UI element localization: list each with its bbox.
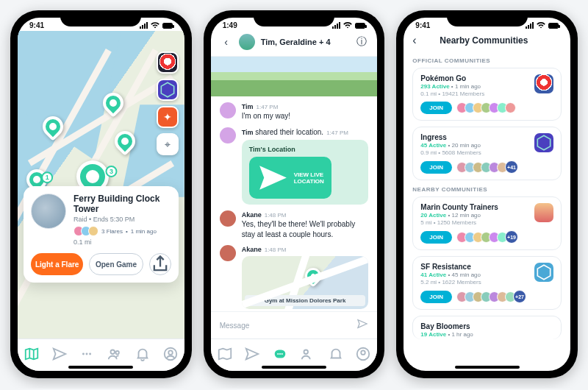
wifi-icon bbox=[343, 21, 353, 29]
avatar[interactable] bbox=[220, 245, 236, 261]
avatar[interactable] bbox=[220, 102, 236, 118]
ingress-icon[interactable] bbox=[157, 79, 179, 101]
open-game-button[interactable]: Open Game bbox=[89, 253, 143, 275]
svg-point-3 bbox=[111, 350, 115, 354]
clock: 9:41 bbox=[29, 21, 44, 29]
svg-point-1 bbox=[86, 352, 88, 355]
tab-send[interactable] bbox=[51, 346, 68, 362]
community-icon bbox=[534, 263, 553, 282]
shared-map[interactable]: Gym at Mission Dolores Park bbox=[242, 256, 369, 309]
phone-communities: 9:41 ‹ Nearby Communities OFFICIAL COMMU… bbox=[396, 10, 578, 378]
battery-icon bbox=[162, 23, 173, 29]
message-row: Tim shared their location.1:47 PM Tim's … bbox=[220, 127, 369, 205]
phone-map: 9:41 1 3 ✦ ⌖ Ferry Building Clock Tower … bbox=[10, 10, 192, 378]
shared-photo[interactable] bbox=[211, 57, 378, 96]
location-meta: 3 Flares•1 min ago bbox=[74, 226, 171, 236]
tab-map[interactable] bbox=[24, 346, 40, 362]
community-card[interactable]: Ingress 45 Active • 20 min ago 0.9 mi • … bbox=[412, 127, 562, 180]
svg-point-4 bbox=[116, 350, 119, 353]
svg-point-0 bbox=[82, 352, 85, 355]
svg-point-6 bbox=[168, 350, 173, 355]
phone-chat: 1:49 ‹ Tim, Geraldine + 4 ⓘ Tim1:47 PM I… bbox=[204, 10, 385, 378]
tab-people[interactable] bbox=[107, 346, 123, 362]
message-input[interactable]: Message bbox=[220, 322, 351, 330]
locate-icon[interactable]: ⌖ bbox=[157, 133, 179, 155]
message-row: Tim1:47 PM I'm on my way! bbox=[220, 102, 369, 121]
more-count: +41 bbox=[505, 160, 518, 174]
signal-icon bbox=[140, 22, 148, 29]
tab-alerts[interactable] bbox=[328, 346, 344, 362]
light-flare-button[interactable]: Light a Flare bbox=[31, 253, 83, 275]
join-button[interactable]: JOIN bbox=[420, 231, 452, 244]
map-view[interactable]: 1 3 ✦ ⌖ Ferry Building Clock Tower Raid … bbox=[18, 31, 184, 338]
chat-scroll[interactable]: Tim1:47 PM I'm on my way! Tim shared the… bbox=[211, 57, 378, 311]
join-button[interactable]: JOIN bbox=[420, 102, 452, 114]
location-card: Ferry Building Clock Tower Raid • Ends 5… bbox=[24, 186, 179, 283]
share-button[interactable] bbox=[149, 253, 171, 275]
more-count: +27 bbox=[513, 290, 526, 303]
svg-point-10 bbox=[282, 352, 283, 354]
pokeball-icon bbox=[534, 74, 553, 93]
community-card[interactable]: Pokémon Go 293 Active • 1 min ago 0.1 mi… bbox=[412, 68, 562, 121]
message-row: Akane1:48 PM Yes, they'll be there! We'l… bbox=[220, 210, 369, 239]
map-caption: Gym at Mission Dolores Park bbox=[245, 295, 366, 306]
tab-profile[interactable] bbox=[162, 346, 179, 362]
send-icon[interactable] bbox=[356, 318, 368, 333]
chat-title[interactable]: Tim, Geraldine + 4 bbox=[261, 38, 350, 46]
more-count: +19 bbox=[505, 230, 518, 244]
back-icon[interactable]: ‹ bbox=[220, 36, 233, 48]
group-avatar[interactable] bbox=[239, 34, 255, 50]
section-header: OFFICIAL COMMUNITIES bbox=[412, 57, 562, 64]
svg-point-13 bbox=[362, 350, 366, 355]
avatar[interactable] bbox=[220, 127, 236, 143]
page-header: ‹ Nearby Communities bbox=[404, 31, 570, 53]
location-image bbox=[31, 194, 66, 229]
app-icon[interactable]: ✦ bbox=[157, 106, 179, 128]
page-title: Nearby Communities bbox=[417, 35, 551, 46]
message-row: Akane1:48 PM Gym at Mission Dolores Park bbox=[220, 245, 369, 309]
join-button[interactable]: JOIN bbox=[420, 291, 452, 303]
join-button[interactable]: JOIN bbox=[420, 161, 452, 174]
tab-chat[interactable] bbox=[272, 346, 288, 362]
view-location-button[interactable]: VIEW LIVE LOCATION bbox=[249, 157, 331, 199]
tab-people[interactable] bbox=[300, 346, 316, 362]
map-pin-icon bbox=[301, 264, 324, 287]
composer: Message bbox=[211, 311, 378, 338]
community-list[interactable]: OFFICIAL COMMUNITIES Pokémon Go 293 Acti… bbox=[404, 53, 570, 371]
clock: 9:41 bbox=[415, 21, 430, 29]
location-card[interactable]: Tim's Location VIEW LIVE LOCATION bbox=[242, 140, 369, 205]
tab-map[interactable] bbox=[217, 346, 233, 362]
info-icon[interactable]: ⓘ bbox=[355, 35, 368, 49]
community-card[interactable]: Marin County Trainers 20 Active • 12 min… bbox=[412, 196, 562, 250]
chat-header: ‹ Tim, Geraldine + 4 ⓘ bbox=[211, 31, 378, 57]
location-title: Ferry Building Clock Tower bbox=[74, 194, 171, 214]
svg-point-11 bbox=[304, 350, 308, 354]
avatar[interactable] bbox=[220, 210, 236, 227]
tab-send[interactable] bbox=[244, 346, 260, 362]
community-card[interactable]: Bay Bloomers 19 Active • 1 hr ago bbox=[412, 316, 562, 339]
member-avatars bbox=[456, 102, 516, 113]
svg-point-8 bbox=[277, 352, 279, 354]
community-icon bbox=[534, 203, 553, 222]
pokeball-icon[interactable] bbox=[157, 52, 179, 74]
tab-alerts[interactable] bbox=[135, 346, 151, 362]
location-distance: 0.1 mi bbox=[74, 238, 171, 246]
wifi-icon bbox=[536, 21, 546, 29]
svg-point-9 bbox=[279, 352, 281, 354]
svg-point-2 bbox=[90, 352, 92, 355]
clock: 1:49 bbox=[223, 21, 237, 29]
tab-profile[interactable] bbox=[355, 346, 371, 362]
tab-chat[interactable] bbox=[79, 346, 95, 362]
location-subtitle: Raid • Ends 5:30 PM bbox=[74, 216, 171, 223]
section-header: NEARBY COMMUNITIES bbox=[412, 186, 562, 193]
community-card[interactable]: SF Resistance 41 Active • 45 min ago 5.2… bbox=[412, 256, 562, 310]
ingress-icon bbox=[534, 133, 553, 152]
wifi-icon bbox=[150, 21, 160, 29]
